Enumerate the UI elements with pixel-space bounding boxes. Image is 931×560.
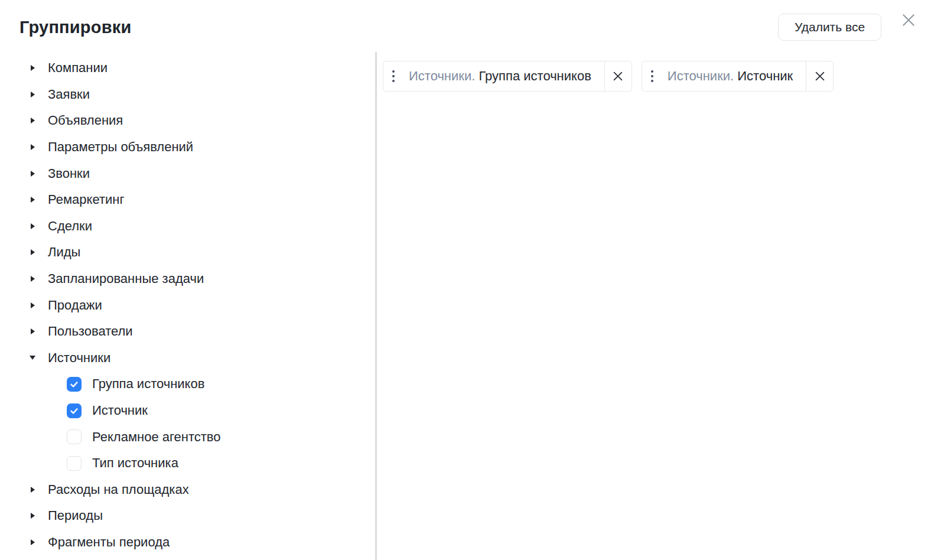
tree-item-leads[interactable]: Лиды <box>0 239 376 266</box>
caret-right-icon <box>30 249 35 255</box>
tree-item-label: Сделки <box>48 219 92 234</box>
caret-right-icon <box>30 487 35 493</box>
chip-label: Группа источников <box>478 69 591 83</box>
chip-remove-button[interactable] <box>806 61 833 91</box>
groupings-tree: Компании Заявки Объявления Параметры объ… <box>0 55 376 555</box>
tree-item-ad-parameters[interactable]: Параметры объявлений <box>0 134 376 161</box>
caret-down-icon <box>30 356 35 360</box>
chip-prefix: Источники. <box>409 69 478 83</box>
tree-item-label: Пользователи <box>48 324 133 339</box>
chip-text: Источники. Источник <box>668 69 793 84</box>
tree-child-label: Источник <box>92 403 148 418</box>
caret-right-icon <box>30 513 35 519</box>
checkbox-checked-icon[interactable] <box>67 377 82 392</box>
selected-groupings: Источники. Группа источников Источники. … <box>383 61 834 92</box>
caret-right-icon <box>30 223 35 229</box>
tree-item-companies[interactable]: Компании <box>0 55 376 82</box>
drag-handle-icon[interactable] <box>651 70 653 82</box>
chip-label: Источник <box>737 69 793 83</box>
caret-right-icon <box>30 144 35 150</box>
tree-item-sales[interactable]: Продажи <box>0 292 376 318</box>
modal-close-button[interactable] <box>898 9 919 31</box>
tree-child-source-group[interactable]: Группа источников <box>0 371 376 398</box>
chip-remove-button[interactable] <box>604 61 631 91</box>
tree-item-calls[interactable]: Звонки <box>0 160 376 187</box>
tree-item-label: Лиды <box>48 245 80 260</box>
chip-source-group: Источники. Группа источников <box>383 61 632 92</box>
checkbox-unchecked-icon[interactable] <box>67 456 82 471</box>
tree-child-source-type[interactable]: Тип источника <box>0 450 376 477</box>
delete-all-button[interactable]: Удалить все <box>778 14 881 41</box>
tree-child-label: Тип источника <box>92 455 178 471</box>
tree-item-label: Источники <box>48 350 110 366</box>
tree-item-periods[interactable]: Периоды <box>0 503 376 529</box>
tree-item-label: Продажи <box>48 298 102 313</box>
chip-prefix: Источники. <box>668 69 737 83</box>
tree-item-label: Периоды <box>48 508 103 523</box>
tree-item-label: Расходы на площадках <box>48 482 189 497</box>
caret-right-icon <box>30 171 35 177</box>
caret-right-icon <box>30 276 35 282</box>
chip-body: Источники. Группа источников <box>383 61 604 91</box>
tree-child-source[interactable]: Источник <box>0 398 376 424</box>
panel-divider <box>376 52 376 560</box>
tree-item-label: Звонки <box>48 166 90 181</box>
close-icon <box>611 70 624 83</box>
checkbox-unchecked-icon[interactable] <box>67 429 82 444</box>
tree-item-ads[interactable]: Объявления <box>0 108 376 134</box>
checkbox-checked-icon[interactable] <box>67 403 82 418</box>
page-title: Группировки <box>19 18 131 37</box>
tree-item-users[interactable]: Пользователи <box>0 318 376 345</box>
tree-item-sources[interactable]: Источники <box>0 345 376 372</box>
caret-right-icon <box>30 118 35 123</box>
tree-item-requests[interactable]: Заявки <box>0 82 376 108</box>
tree-item-period-fragments[interactable]: Фрагменты периода <box>0 529 376 556</box>
caret-right-icon <box>30 197 35 203</box>
tree-item-label: Компании <box>48 60 108 76</box>
tree-child-ad-agency[interactable]: Рекламное агентство <box>0 424 376 450</box>
tree-item-label: Запланированные задачи <box>48 271 204 286</box>
tree-child-label: Рекламное агентство <box>92 429 221 445</box>
tree-item-platform-costs[interactable]: Расходы на площадках <box>0 477 376 503</box>
tree-item-planned-tasks[interactable]: Запланированные задачи <box>0 266 376 292</box>
tree-item-label: Объявления <box>48 113 123 128</box>
chip-source: Источники. Источник <box>642 61 834 92</box>
caret-right-icon <box>30 92 35 97</box>
caret-right-icon <box>30 328 35 334</box>
tree-item-remarketing[interactable]: Ремаркетинг <box>0 187 376 213</box>
chip-text: Источники. Группа источников <box>409 69 591 84</box>
close-icon <box>813 70 826 83</box>
close-icon <box>900 11 917 29</box>
tree-item-label: Заявки <box>48 87 90 102</box>
tree-item-deals[interactable]: Сделки <box>0 213 376 240</box>
caret-right-icon <box>30 302 35 308</box>
tree-item-label: Параметры объявлений <box>48 139 193 155</box>
drag-handle-icon[interactable] <box>392 70 395 82</box>
chip-body: Источники. Источник <box>642 61 806 91</box>
tree-child-label: Группа источников <box>92 376 204 392</box>
caret-right-icon <box>30 539 35 545</box>
caret-right-icon <box>30 65 35 71</box>
tree-item-label: Ремаркетинг <box>48 192 124 207</box>
tree-item-label: Фрагменты периода <box>48 535 170 550</box>
